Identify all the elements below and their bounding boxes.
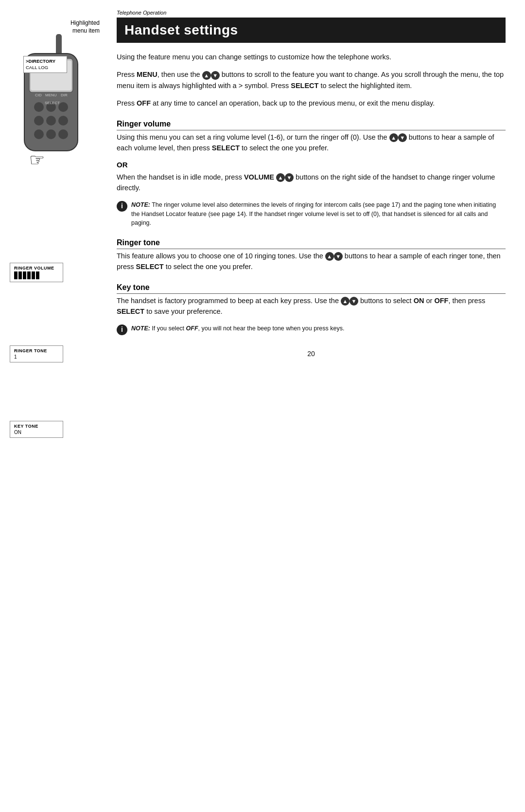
off-bold-1: OFF [137, 99, 151, 107]
intro-para1: Using the feature menu you can change se… [117, 52, 506, 62]
svg-point-4 [34, 102, 44, 112]
page-title: Handset settings [117, 18, 506, 43]
up-btn-3: ▲ [276, 173, 285, 182]
bar-5 [32, 271, 35, 279]
down-btn-2: ▼ [398, 133, 407, 142]
down-btn-1: ▼ [211, 71, 220, 80]
bar-3 [23, 271, 26, 279]
select-bold-2: SELECT [212, 144, 240, 152]
ringer-volume-para2: When the handset is in idle mode, press … [117, 172, 506, 194]
section-label: Telephone Operation [117, 10, 506, 16]
key-tone-lcd-value: ON [14, 430, 59, 435]
svg-text:DIR: DIR [61, 93, 68, 97]
directory-display-box: >DIRECTORY CALL LOG [23, 56, 67, 73]
ringer-tone-lcd: RINGER TONE 1 [10, 345, 63, 362]
up-down-buttons-3: ▲▼ [276, 173, 294, 182]
page-number: 20 [117, 350, 506, 358]
phone-svg: CID MENU DIR SELECT [15, 34, 90, 167]
ringer-volume-note-text: NOTE: The ringer volume level also deter… [131, 200, 506, 228]
ringer-tone-heading: Ringer tone [117, 238, 506, 249]
ringer-volume-lcd-title: RINGER VOLUME [14, 266, 59, 271]
highlighted-menu-label: Highlighted menu item [70, 19, 100, 35]
bar-2 [18, 271, 22, 279]
key-tone-note: i NOTE: If you select OFF, you will not … [117, 324, 506, 335]
ringer-tone-lcd-title: RINGER TONE [14, 348, 59, 353]
key-tone-note-text: NOTE: If you select OFF, you will not he… [131, 324, 344, 333]
up-btn-4: ▲ [325, 252, 334, 261]
ringer-volume-bars [14, 271, 59, 279]
intro-para2: Press MENU, then use the ▲▼ buttons to s… [117, 69, 506, 91]
down-btn-4: ▼ [334, 252, 343, 261]
svg-text:CID: CID [35, 93, 42, 97]
phone-illustration-area: Highlighted menu item [15, 19, 100, 175]
off-bold-2: OFF [434, 297, 448, 305]
svg-point-7 [34, 116, 44, 126]
up-down-buttons-4: ▲▼ [325, 252, 343, 261]
svg-point-11 [46, 129, 56, 139]
down-btn-3: ▼ [285, 173, 294, 182]
svg-point-8 [46, 116, 56, 126]
or-label: OR [117, 161, 506, 169]
ringer-volume-lcd: RINGER VOLUME [10, 263, 63, 282]
note-icon-2: i [117, 325, 127, 335]
key-tone-heading: Key tone [117, 283, 506, 294]
bar-4 [27, 271, 31, 279]
svg-text:MENU: MENU [45, 93, 57, 97]
svg-point-12 [58, 129, 68, 139]
directory-line1: >DIRECTORY [26, 58, 65, 64]
svg-point-9 [58, 116, 68, 126]
ringer-volume-note: i NOTE: The ringer volume level also det… [117, 200, 506, 228]
hand-pointer: ☞ [29, 150, 45, 170]
ringer-tone-lcd-value: 1 [14, 354, 59, 360]
directory-line2: CALL LOG [26, 64, 65, 71]
bar-6 [36, 271, 39, 279]
key-tone-para1: The handset is factory programmed to bee… [117, 295, 506, 317]
svg-point-10 [34, 129, 44, 139]
key-tone-lcd: KEY TONE ON [10, 421, 63, 438]
up-down-buttons-5: ▲▼ [341, 297, 358, 306]
on-bold: ON [414, 297, 424, 305]
up-btn-1: ▲ [202, 71, 211, 80]
up-btn-2: ▲ [389, 133, 398, 142]
phone-drawing: CID MENU DIR SELECT [15, 34, 90, 165]
down-btn-5: ▼ [350, 297, 358, 306]
note-icon-1: i [117, 201, 127, 212]
ringer-volume-heading: Ringer volume [117, 120, 506, 130]
up-down-buttons-1: ▲▼ [202, 71, 220, 80]
svg-text:SELECT: SELECT [45, 101, 60, 105]
intro-para3: Press OFF at any time to cancel an opera… [117, 98, 506, 108]
select-bold-4: SELECT [117, 307, 144, 315]
right-column: Telephone Operation Handset settings Usi… [102, 0, 525, 812]
ringer-volume-para1: Using this menu you can set a ring volum… [117, 132, 506, 154]
up-down-buttons-2: ▲▼ [389, 133, 407, 142]
ringer-tone-para1: This feature allows you to choose one of… [117, 251, 506, 272]
up-btn-5: ▲ [341, 297, 350, 306]
menu-bold: MENU [137, 71, 158, 78]
select-bold-3: SELECT [136, 263, 164, 271]
bar-1 [14, 271, 18, 279]
page: Highlighted menu item [0, 0, 525, 812]
key-tone-lcd-title: KEY TONE [14, 424, 59, 429]
left-column: Highlighted menu item [0, 0, 102, 812]
volume-bold: VOLUME [244, 173, 274, 181]
select-bold-1: SELECT [291, 82, 318, 90]
